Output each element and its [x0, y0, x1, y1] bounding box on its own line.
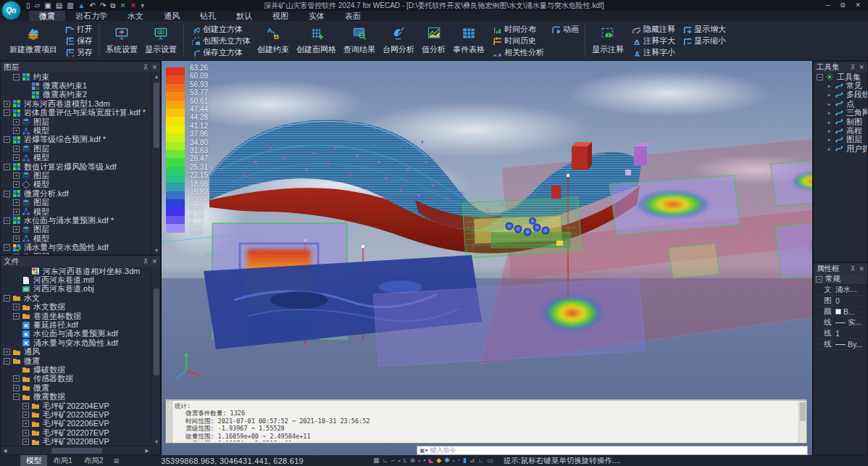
menu-tab-岩石力学[interactable]: 岩石力学 [65, 11, 117, 21]
expander-icon[interactable]: − [4, 244, 10, 251]
ribbon-button-系统设置[interactable]: 系统设置 [102, 23, 141, 56]
ribbon-button-新建微震项目[interactable]: 新建微震项目 [6, 23, 61, 56]
expander-icon[interactable]: + [13, 385, 20, 391]
menu-tab-实体[interactable]: 实体 [299, 11, 335, 21]
layer-tree-item[interactable]: + 图层 [1, 225, 151, 234]
ribbon-button-另存[interactable]: 另存 [64, 47, 93, 58]
expander-icon[interactable]: − [13, 394, 20, 400]
viewport-3d[interactable]: 63.2660.0956.9353.7750.6147.4444.2841.12… [161, 61, 813, 455]
restore-button[interactable]: ⧉ [840, 1, 845, 9]
close-button[interactable]: ✕ [855, 1, 861, 9]
output-console[interactable]: 统计: 微震事件数量: 1326 时间范围: 2021-07-01 00:57:… [165, 399, 807, 444]
ribbon-button-显示设置[interactable]: 显示设置 [141, 23, 180, 56]
layer-tree-item[interactable]: + 图层 [1, 198, 151, 207]
ortho-mode-icon[interactable]: ⊕ [410, 455, 416, 466]
expander-icon[interactable]: + [13, 254, 20, 255]
menu-tab-钻孔[interactable]: 钻孔 [190, 11, 226, 21]
layer-tree-item[interactable]: − 岩爆等级综合预测.kdf * [1, 136, 151, 144]
file-tree-item[interactable]: + 毛坪矿202208EVP [1, 437, 151, 446]
clean-screen-icon[interactable]: ⊿ [470, 455, 475, 466]
expander-icon[interactable]: ▸ [826, 101, 832, 107]
expander-icon[interactable]: + [4, 101, 10, 107]
expander-icon[interactable]: + [13, 146, 20, 152]
menu-tab-通风[interactable]: 通风 [154, 11, 190, 21]
files-horizontal-scrollbar[interactable]: ◀ ▶ [1, 446, 151, 454]
scroll-down-icon[interactable]: ▼ [152, 246, 161, 254]
properties-section-general[interactable]: −常规 [814, 274, 867, 285]
expander-icon[interactable]: + [13, 313, 20, 320]
layer-tree-item[interactable]: + 图层 [1, 117, 151, 126]
polar-tracking-icon[interactable]: ▪ [423, 455, 425, 466]
ribbon-button-保存[interactable]: 保存 [64, 36, 93, 46]
menu-tab-表面[interactable]: 表面 [335, 11, 371, 21]
expander-icon[interactable]: ▸ [826, 119, 832, 125]
save-all-icon[interactable]: ▤ [56, 2, 62, 9]
expander-icon[interactable]: + [13, 209, 20, 215]
close-icon[interactable]: ✕ [859, 265, 864, 272]
ribbon-button-显示缩小[interactable]: 显示缩小 [681, 36, 726, 46]
open-file-icon[interactable]: ▱ [35, 2, 41, 9]
menu-tab-默认[interactable]: 默认 [226, 11, 262, 21]
ribbon-button-创建约束[interactable]: AB 创建约束 [254, 23, 293, 56]
new-layout-icon[interactable]: ⊞ [109, 457, 124, 465]
close-icon[interactable]: ✕ [151, 258, 157, 265]
pin-icon[interactable]: ⊼ [851, 265, 856, 272]
expander-icon[interactable]: + [13, 181, 20, 188]
expander-icon[interactable]: + [13, 236, 20, 242]
dynamic-input-icon[interactable]: Ŀ [404, 455, 407, 466]
expander-icon[interactable]: + [13, 119, 20, 125]
ribbon-button-查询结果[interactable]: 查询结果 [340, 23, 379, 56]
object-snap-icon[interactable]: ◣ [428, 455, 433, 466]
menu-tab-微震[interactable]: 微震 [29, 11, 65, 21]
scroll-right-icon[interactable]: ▶ [143, 446, 151, 455]
expander-icon[interactable]: + [22, 430, 29, 436]
console-scrollbar[interactable] [798, 401, 806, 443]
expander-icon[interactable]: + [22, 403, 29, 409]
layer-tree-item[interactable]: − 水位面与涌水量预测.kdf * [1, 216, 151, 225]
hardware-accel-icon[interactable]: ▮ [463, 455, 467, 466]
ribbon-button-相关性分析[interactable]: 相关性分析 [491, 47, 544, 58]
pin-icon[interactable]: ⊼ [851, 64, 856, 71]
file-tree-item[interactable]: − 水文 [1, 294, 151, 302]
expander-icon[interactable]: − [4, 191, 10, 197]
ribbon-button-值分析[interactable]: 值分析 [418, 23, 449, 56]
close-icon[interactable]: ✕ [151, 64, 157, 71]
ribbon-button-打开[interactable]: 打开 [64, 24, 93, 35]
ribbon-button-动画[interactable]: 动画 [550, 24, 579, 35]
ribbon-button-创建面网格[interactable]: 创建面网格 [293, 23, 340, 56]
expander-icon[interactable]: − [4, 217, 10, 224]
layer-tree-item[interactable]: − 岩体质量评估与采场宽度计算.kdf * [1, 109, 151, 117]
expander-icon[interactable]: + [13, 375, 20, 382]
layout-tab-布局2[interactable]: 布局2 [78, 455, 109, 466]
ribbon-button-时间分布[interactable]: 时间分布 [491, 24, 544, 35]
ribbon-button-包围壳立方体[interactable]: 包围壳立方体 [190, 36, 251, 46]
layout-tab-模型[interactable]: 模型 [20, 455, 47, 466]
print-icon[interactable]: ▥ [67, 2, 73, 9]
console-side-tab[interactable] [166, 401, 172, 443]
ucs-icon[interactable]: ∟ [478, 455, 485, 466]
scroll-down-icon[interactable]: ▼ [152, 438, 161, 446]
files-scrollbar[interactable]: ▼ [151, 267, 160, 446]
layer-tree-item[interactable]: + 图层 [1, 144, 151, 153]
expander-icon[interactable]: + [22, 412, 29, 418]
ribbon-button-注释字小[interactable]: A 注释字小 [630, 47, 675, 58]
expander-icon[interactable]: + [22, 438, 29, 445]
contour-plate-bottom[interactable] [373, 278, 646, 367]
property-row[interactable]: 线... 1 [814, 328, 867, 339]
settings-gear-icon[interactable]: ✱ [444, 455, 450, 466]
property-row[interactable]: 线... By... [814, 339, 867, 350]
expander-icon[interactable]: + [13, 154, 20, 161]
ribbon-button-显示增大[interactable]: 显示增大 [681, 24, 726, 35]
isolate-objects-icon[interactable]: ▫ [458, 455, 460, 466]
pin-icon[interactable]: ⊼ [143, 64, 149, 71]
menu-tab-水文[interactable]: 水文 [117, 11, 154, 21]
snap-mode-icon[interactable]: ⌐ [391, 455, 395, 466]
ribbon-button-台网分析[interactable]: 台网分析 [379, 23, 418, 56]
undo-icon[interactable]: ↶ [89, 2, 95, 9]
menu-tab-视图[interactable]: 视图 [262, 11, 299, 21]
expander-icon[interactable]: + [13, 199, 20, 206]
app-logo[interactable]: Qn [1, 1, 21, 20]
expander-icon[interactable]: − [4, 136, 10, 143]
scroll-up-icon[interactable]: ▲ [152, 72, 161, 80]
file-tree-item[interactable]: 爆破数据 [1, 365, 151, 374]
